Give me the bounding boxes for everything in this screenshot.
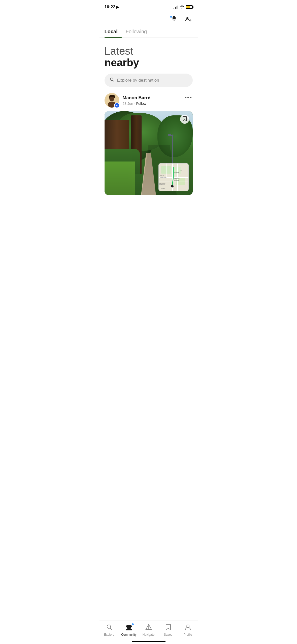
add-user-button[interactable] [184,15,193,24]
search-container: Explore by destination [100,74,198,93]
bookmark-icon [182,116,187,123]
time-display: 10:22 [105,5,115,10]
post-user-details: Manon Barré 23 Jun · Follow [123,95,150,106]
signal-bar-4 [177,6,178,9]
svg-point-0 [186,17,188,19]
tab-following[interactable]: Following [126,26,151,38]
signal-bar-3 [176,6,177,9]
search-placeholder: Explore by destination [117,78,159,83]
lamp-head [168,134,171,136]
grass-area [105,162,136,195]
title-bold: nearby [105,57,193,69]
section-title: Latest nearby [100,38,198,74]
search-icon [110,77,115,83]
location-arrow-icon: ▶ [116,5,119,9]
avatar-wrapper[interactable]: + [105,93,119,108]
svg-line-4 [113,80,114,82]
svg-text:Clamart: Clamart [174,172,179,173]
street-lamp-post [172,135,173,166]
tab-bar: Local Following [100,26,198,38]
mini-map[interactable]: Issy-les- Moulineaux Clamart Le Plessis-… [158,163,189,191]
svg-point-10 [190,97,191,98]
battery-icon [186,5,193,9]
svg-point-9 [187,97,189,98]
status-bar: 10:22 ▶ [100,0,198,13]
signal-bar-2 [175,7,176,9]
title-light: Latest [105,45,193,57]
svg-point-20 [171,185,174,187]
notification-dot [170,16,172,18]
signal-icon [174,5,178,9]
search-bar[interactable]: Explore by destination [105,74,193,87]
svg-text:Moulineaux: Moulineaux [160,176,167,178]
wifi-icon [180,5,184,9]
svg-point-8 [185,97,186,98]
mini-map-bg: Issy-les- Moulineaux Clamart Le Plessis-… [159,164,188,191]
top-actions-bar [100,13,198,26]
bookmark-button[interactable] [180,115,189,124]
more-options-button[interactable] [184,93,193,101]
notifications-button[interactable] [170,15,179,24]
post-date: 23 Jun [123,102,133,106]
svg-text:Antony: Antony [161,187,165,189]
post-user-info: + Manon Barré 23 Jun · Follow [105,93,150,108]
post-image[interactable]: Issy-les- Moulineaux Clamart Le Plessis-… [105,111,193,195]
svg-text:Robinson: Robinson [159,184,165,185]
post-header: + Manon Barré 23 Jun · Follow [105,93,193,108]
svg-text:Malabry: Malabry [174,179,179,181]
user-name: Manon Barré [123,95,150,101]
tab-local[interactable]: Local [105,26,122,38]
post-card: + Manon Barré 23 Jun · Follow [100,93,198,195]
follow-button[interactable]: Follow [136,102,146,106]
svg-text:Vitr: Vitr [180,170,182,171]
post-meta: 23 Jun · Follow [123,102,150,106]
signal-bar-1 [174,8,174,9]
user-badge: + [114,103,120,108]
status-time: 10:22 ▶ [105,5,119,10]
battery-fill [186,6,190,8]
status-right-icons [174,5,193,9]
